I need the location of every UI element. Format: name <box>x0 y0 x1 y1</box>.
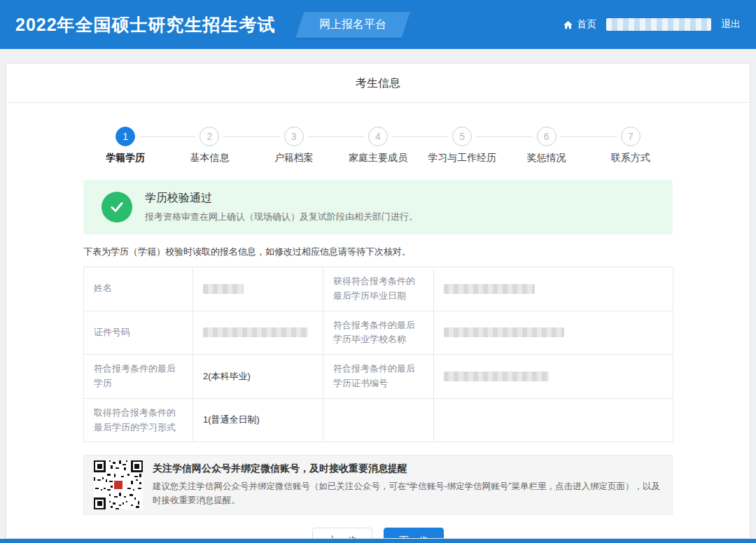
table-row: 符合报考条件的最后学历 2(本科毕业) 符合报考条件的最后学历证书编号 <box>84 355 673 399</box>
step-item-3[interactable]: 3 户籍档案 <box>252 127 336 164</box>
field-value <box>193 267 323 311</box>
platform-badge-label: 网上报名平台 <box>319 17 386 32</box>
home-icon <box>563 20 573 30</box>
step-number: 5 <box>452 127 472 146</box>
wechat-notice-title: 关注学信网公众号并绑定微信账号，及时接收重要消息提醒 <box>153 463 662 475</box>
redacted-value <box>444 372 549 381</box>
redacted-value <box>203 284 244 294</box>
step-number: 4 <box>368 127 388 146</box>
field-label <box>323 398 434 442</box>
step-label: 学籍学历 <box>106 152 145 164</box>
field-label: 取得符合报考条件的最后学历的学习形式 <box>84 398 193 442</box>
banner-text: 学历校验通过 报考资格审查在网上确认（现场确认）及复试阶段由相关部门进行。 <box>145 191 418 223</box>
step-item-4[interactable]: 4 家庭主要成员 <box>336 127 420 164</box>
wechat-notice-text: 关注学信网公众号并绑定微信账号，及时接收重要消息提醒 建议您关注学信网公众号并绑… <box>153 463 662 507</box>
username-redacted <box>606 18 711 31</box>
redacted-value <box>203 327 308 337</box>
step-label: 奖惩情况 <box>527 152 566 164</box>
header-nav: 首页 退出 <box>563 18 741 31</box>
step-number: 6 <box>537 127 556 146</box>
step-item-2[interactable]: 2 基本信息 <box>167 127 251 164</box>
logout-button[interactable]: 退出 <box>721 18 741 31</box>
banner-title: 学历校验通过 <box>145 191 418 206</box>
home-link-label: 首页 <box>577 18 596 31</box>
step-number: 2 <box>200 127 219 146</box>
step-item-7[interactable]: 7 联系方式 <box>589 127 673 164</box>
step-item-5[interactable]: 5 学习与工作经历 <box>420 127 504 164</box>
redacted-value <box>444 327 564 337</box>
step-label: 基本信息 <box>190 152 229 164</box>
check-icon <box>102 192 132 223</box>
step-item-1[interactable]: 1 学籍学历 <box>83 127 167 164</box>
next-step-button[interactable]: 下一步 <box>384 528 444 539</box>
field-label: 符合报考条件的最后学历 <box>84 355 193 399</box>
field-label: 获得符合报考条件的最后学历毕业日期 <box>323 267 434 311</box>
field-value <box>434 398 673 442</box>
banner-desc: 报考资格审查在网上确认（现场确认）及复试阶段由相关部门进行。 <box>145 211 418 223</box>
info-table: 姓名 获得符合报考条件的最后学历毕业日期 证件号码 符合报考条件的最后学历毕业学… <box>83 267 673 442</box>
app-title: 2022年全国硕士研究生招生考试 <box>15 13 276 36</box>
field-label: 符合报考条件的最后学历毕业学校名称 <box>323 311 434 355</box>
step-label: 联系方式 <box>611 152 650 164</box>
home-link[interactable]: 首页 <box>563 18 596 31</box>
form-actions: 上一步 下一步 <box>83 528 673 539</box>
table-row: 证件号码 符合报考条件的最后学历毕业学校名称 <box>84 311 673 355</box>
table-note: 下表为学历（学籍）校验时读取的报名信息，如修改过相应信息请等待下次核对。 <box>83 246 673 258</box>
field-value: 1(普通全日制) <box>193 398 323 442</box>
prev-step-button[interactable]: 上一步 <box>312 528 372 539</box>
step-number: 7 <box>621 127 640 146</box>
field-label: 证件号码 <box>84 311 193 355</box>
table-row: 姓名 获得符合报考条件的最后学历毕业日期 <box>84 267 673 311</box>
app-header: 2022年全国硕士研究生招生考试 网上报名平台 首页 退出 <box>0 0 756 49</box>
status-banner: 学历校验通过 报考资格审查在网上确认（现场确认）及复试阶段由相关部门进行。 <box>83 180 673 234</box>
footer-bar <box>0 539 756 543</box>
field-value <box>434 311 673 355</box>
qr-code <box>94 460 143 509</box>
page-title: 考生信息 <box>6 64 750 103</box>
main-card: 考生信息 1 学籍学历 2 基本信息 3 户籍档案 4 家庭主要成员 <box>6 63 750 539</box>
wechat-notice: 关注学信网公众号并绑定微信账号，及时接收重要消息提醒 建议您关注学信网公众号并绑… <box>83 455 673 515</box>
field-label: 姓名 <box>84 267 193 311</box>
step-label: 家庭主要成员 <box>349 152 407 164</box>
step-item-6[interactable]: 6 奖惩情况 <box>504 127 588 164</box>
table-row: 取得符合报考条件的最后学历的学习形式 1(普通全日制) <box>84 398 673 442</box>
content-area: 1 学籍学历 2 基本信息 3 户籍档案 4 家庭主要成员 5 学习与工 <box>83 127 673 539</box>
stepper: 1 学籍学历 2 基本信息 3 户籍档案 4 家庭主要成员 5 学习与工 <box>83 127 673 164</box>
step-number: 1 <box>115 127 135 146</box>
field-value: 2(本科毕业) <box>193 355 323 399</box>
redacted-value <box>444 284 535 294</box>
platform-badge: 网上报名平台 <box>295 12 410 38</box>
step-label: 学习与工作经历 <box>428 152 496 164</box>
step-number: 3 <box>284 127 304 146</box>
field-value <box>193 311 323 355</box>
field-label: 符合报考条件的最后学历证书编号 <box>323 355 434 399</box>
field-value <box>434 267 673 311</box>
step-label: 户籍档案 <box>274 152 314 164</box>
wechat-notice-desc: 建议您关注学信网公众号并绑定微信账号（如已关注公众号，可在“学信账号-绑定学信网… <box>153 479 662 507</box>
field-value <box>434 355 673 399</box>
